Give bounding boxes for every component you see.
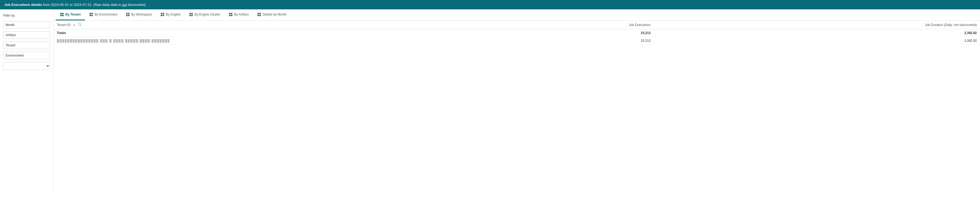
- totals-job-executions: 15,213: [497, 29, 654, 37]
- tab-by-engine-cluster[interactable]: By Engine Cluster: [185, 10, 224, 21]
- tab-details-by-month[interactable]: Details by Month: [253, 10, 291, 21]
- svg-rect-19: [191, 15, 192, 16]
- data-table: Tenant ID ▲ Job Executions: [54, 21, 980, 45]
- table-row-totals: Totals 15,213 3,392.92: [54, 29, 980, 37]
- table-header-row: Tenant ID ▲ Job Executions: [54, 21, 980, 29]
- artifact-filter-input[interactable]: [3, 31, 50, 39]
- header-bar: Job Executions details from 2024-05-01 t…: [0, 0, 980, 10]
- svg-rect-9: [128, 13, 129, 14]
- table-row: ████████████████ ███ █ ████ █████/████/█…: [54, 37, 980, 45]
- col-header-job-executions: Job Executions: [497, 21, 654, 29]
- month-filter-input[interactable]: [3, 21, 50, 29]
- table-icon-by-engine: [161, 13, 164, 16]
- svg-rect-13: [163, 13, 164, 14]
- header-subtitle: (Raw daily data is not discounted): [93, 3, 145, 7]
- header-title-bold: Job Executions details: [4, 3, 42, 7]
- svg-rect-11: [128, 15, 129, 16]
- svg-rect-23: [231, 15, 232, 16]
- extra-filter-select[interactable]: [3, 62, 50, 70]
- svg-rect-2: [60, 15, 62, 16]
- table-icon-by-tenant: [60, 13, 64, 16]
- svg-rect-21: [231, 13, 232, 14]
- svg-rect-26: [258, 15, 259, 16]
- main-layout: Filter by By Tenant: [0, 10, 980, 196]
- sort-asc-icon: ▲: [73, 23, 75, 26]
- filter-by-label: Filter by: [3, 14, 50, 17]
- col-header-job-duration: Job Duration (Daily, non-discounted): [654, 21, 980, 29]
- svg-rect-5: [91, 13, 93, 14]
- svg-rect-24: [258, 13, 259, 14]
- svg-rect-14: [161, 15, 162, 16]
- search-icon[interactable]: [78, 23, 81, 27]
- tenant-id-cell: ████████████████ ███ █ ████ █████/████/█…: [54, 37, 497, 45]
- table-icon-by-environment: [89, 13, 93, 16]
- svg-rect-4: [89, 13, 91, 14]
- svg-rect-12: [161, 13, 162, 14]
- totals-job-duration: 3,392.92: [654, 29, 980, 37]
- totals-label: Totals: [54, 29, 497, 37]
- svg-rect-3: [62, 15, 64, 16]
- header-title-rest: from 2024-05-01 to 2024-07-21.: [42, 3, 92, 7]
- svg-rect-15: [163, 15, 164, 16]
- content-area: By Tenant By Environment: [54, 10, 980, 196]
- environment-filter-input[interactable]: [3, 52, 50, 59]
- table-icon-by-artifact: [229, 13, 232, 16]
- tab-by-artifact[interactable]: By Artifact: [224, 10, 253, 21]
- row-job-executions: 15,213: [497, 37, 654, 45]
- svg-rect-18: [189, 15, 191, 16]
- svg-rect-27: [259, 15, 261, 16]
- svg-rect-1: [62, 13, 64, 14]
- row-job-duration: 3,392.92: [654, 37, 980, 45]
- svg-rect-0: [60, 13, 62, 14]
- tab-by-environment[interactable]: By Environment: [85, 10, 122, 21]
- sidebar: Filter by: [0, 10, 54, 196]
- svg-rect-7: [91, 15, 93, 16]
- tab-by-workspace[interactable]: By Workspace: [122, 10, 156, 21]
- col-header-tenant-id[interactable]: Tenant ID ▲: [54, 21, 497, 29]
- tabs-bar: By Tenant By Environment: [54, 10, 980, 21]
- svg-rect-20: [229, 13, 231, 14]
- svg-rect-17: [191, 13, 192, 14]
- table-icon-by-engine-cluster: [189, 13, 193, 16]
- table-icon-by-workspace: [126, 13, 130, 16]
- svg-rect-22: [229, 15, 231, 16]
- tenant-filter-input[interactable]: [3, 41, 50, 49]
- table-container: Tenant ID ▲ Job Executions: [54, 21, 980, 196]
- svg-rect-16: [189, 13, 191, 14]
- svg-rect-10: [126, 15, 127, 16]
- svg-rect-8: [126, 13, 127, 14]
- tab-by-engine[interactable]: By Engine: [156, 10, 185, 21]
- tab-by-tenant[interactable]: By Tenant: [56, 10, 85, 21]
- svg-rect-6: [89, 15, 91, 16]
- svg-rect-25: [259, 13, 261, 14]
- table-icon-details-by-month: [257, 13, 261, 16]
